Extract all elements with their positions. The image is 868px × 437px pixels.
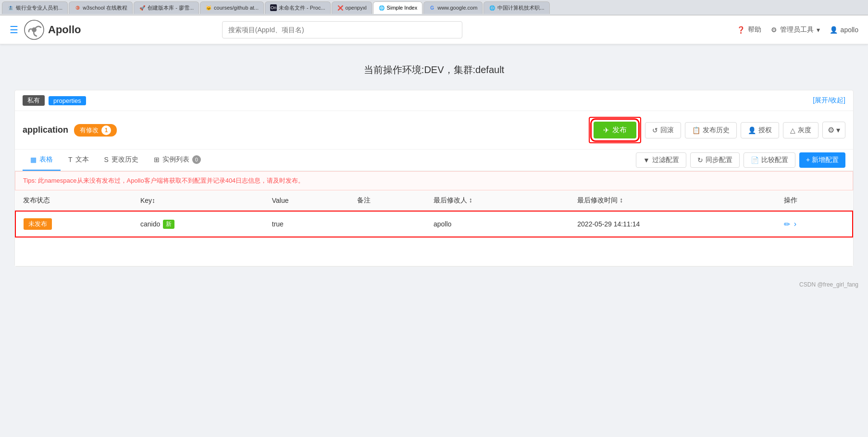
status-badge: 未发布 [24,218,52,230]
sync-label: 同步配置 [706,156,732,164]
tab-history[interactable]: S 更改历史 [97,150,146,171]
instance-count-badge: 0 [192,155,201,164]
authorize-label: 授权 [758,126,772,135]
cell-value: true [264,211,349,237]
instance-icon: ⊞ [154,156,160,163]
gray-icon: △ [790,126,795,134]
tab-favicon-1: ③ [74,4,81,11]
col-modified-time[interactable]: 最后修改时间 ↕ [570,190,776,211]
cell-actions: ✏ › [776,211,853,237]
tab-5[interactable]: ❌ openpyxl [332,1,372,14]
tab-instance[interactable]: ⊞ 实例列表 0 [146,150,209,171]
tab-favicon-3: 🐱 [205,4,212,11]
section-card: 私有 properties [展开/收起] application 有修改 1 … [14,90,854,267]
tab-text[interactable]: T 文本 [61,150,97,171]
compare-button[interactable]: 📄 比较配置 [744,152,795,168]
edit-icon[interactable]: ✏ [784,220,790,229]
settings-icon: ⚙ [828,126,834,134]
cell-remark [349,211,426,237]
tab-7[interactable]: G www.google.com [423,1,483,14]
tab-favicon-6: 🌐 [378,4,385,11]
tab-8[interactable]: 🌐 中国计算机技术职... [484,1,549,14]
sync-button[interactable]: ↻ 同步配置 [690,152,740,168]
user-auth-icon: 👤 [748,126,756,134]
cell-modified-time: 2022-05-29 14:11:14 [570,211,776,237]
modified-time-value: 2022-05-29 14:11:14 [577,220,640,228]
hamburger-icon[interactable]: ☰ [10,24,18,36]
sync-icon: ↻ [697,156,703,164]
col-value: Value [264,190,349,211]
col-actions: 操作 [776,190,853,211]
tab-label-6: Simple Index [387,5,418,11]
namespace-tags-row: 私有 properties [展开/收起] [15,90,853,111]
tab-label-1: w3school 在线教程 [83,4,127,12]
authorize-button[interactable]: 👤 授权 [741,122,779,138]
gray-button[interactable]: △ 灰度 [783,122,818,138]
tab-text-label: 文本 [75,155,89,164]
tab-favicon-2: 🚀 [139,4,146,11]
rollback-button[interactable]: ↺ 回滚 [645,122,681,138]
gray-label: 灰度 [798,126,811,135]
tab-3[interactable]: 🐱 courses/github at... [200,1,264,14]
tab-label-7: www.google.com [437,5,477,11]
tab-favicon-0: 🏦 [7,4,14,11]
action-buttons: ✈ 发布 ↺ 回滚 📋 发布历史 👤 授权 △ [589,117,845,143]
table-empty-row [15,237,853,266]
user-label: apollo [841,26,858,34]
tab-1[interactable]: ③ w3school 在线教程 [69,1,133,14]
tab-2[interactable]: 🚀 创建版本库 - 廖雪... [134,1,199,14]
tab-favicon-4: On [270,4,277,11]
col-key[interactable]: Key↕ [133,190,264,211]
tab-6[interactable]: 🌐 Simple Index [373,1,423,14]
apollo-logo-icon [24,20,44,40]
user-menu-button[interactable]: 👤 apollo [830,26,858,34]
add-config-button[interactable]: + 新增配置 [799,152,845,168]
user-icon: 👤 [830,26,838,34]
config-value: true [272,220,284,228]
filter-icon: ▼ [643,156,650,164]
tips-bar: Tips: 此namespace从来没有发布过，Apollo客户端将获取不到配置… [15,171,853,190]
dropdown-arrow-icon: ▾ [817,26,820,34]
history-tab-icon: S [104,156,109,163]
tab-table[interactable]: ▦ 表格 [23,150,61,171]
logo-text: Apollo [48,24,81,36]
cell-key: canido 新 [133,211,264,237]
search-input[interactable] [222,21,462,38]
dropdown-settings-icon: ▾ [836,126,840,134]
settings-button[interactable]: ⚙ ▾ [822,122,845,138]
tabs-left: ▦ 表格 T 文本 S 更改历史 ⊞ 实例列表 0 [23,150,209,171]
table-row: 未发布 canido 新 true apo [15,211,853,237]
footer-text: CSDN @free_girl_fang [799,281,858,288]
publish-button[interactable]: ✈ 发布 [594,122,636,138]
tab-instance-label: 实例列表 [162,155,189,164]
admin-tools-button[interactable]: ⚙ 管理员工具 ▾ [771,25,820,34]
main-content: 当前操作环境:DEV，集群:default 私有 properties [展开/… [0,44,868,276]
tab-0[interactable]: 🏦 银行业专业人员初... [2,1,68,14]
nav-left: ☰ Apollo [10,20,81,40]
send-icon: ✈ [603,126,609,135]
col-remark: 备注 [349,190,426,211]
col-modifier[interactable]: 最后修改人 ↕ [426,190,570,211]
tabs-right: ▼ 过滤配置 ↻ 同步配置 📄 比较配置 + 新增配置 [636,152,845,168]
expand-link[interactable]: [展开/收起] [813,96,845,105]
tab-table-label: 表格 [39,155,53,164]
table-icon: ▦ [30,156,37,163]
nav-right: ❓ 帮助 ⚙ 管理员工具 ▾ 👤 apollo [737,25,858,34]
tag-properties[interactable]: properties [49,96,86,105]
publish-label: 发布 [612,125,627,135]
modifier-value: apollo [434,220,451,228]
help-icon: ❓ [737,26,745,34]
tab-4[interactable]: On 未命名文件 - Proc... [265,1,331,14]
publish-history-label: 发布历史 [703,126,730,135]
env-text: 当前操作环境:DEV，集群:default [364,64,504,75]
logo-area: Apollo [24,20,81,40]
filter-button[interactable]: ▼ 过滤配置 [636,152,686,168]
more-actions-icon[interactable]: › [794,220,796,229]
config-table: 发布状态 Key↕ Value 备注 最后修改人 ↕ 最后修 [15,190,853,266]
modified-badge: 有修改 1 [74,124,117,137]
search-bar[interactable] [222,21,462,38]
help-button[interactable]: ❓ 帮助 [737,25,761,34]
publish-history-button[interactable]: 📋 发布历史 [685,122,737,138]
tab-label-4: 未命名文件 - Proc... [279,4,325,12]
key-value: canido [140,220,160,228]
